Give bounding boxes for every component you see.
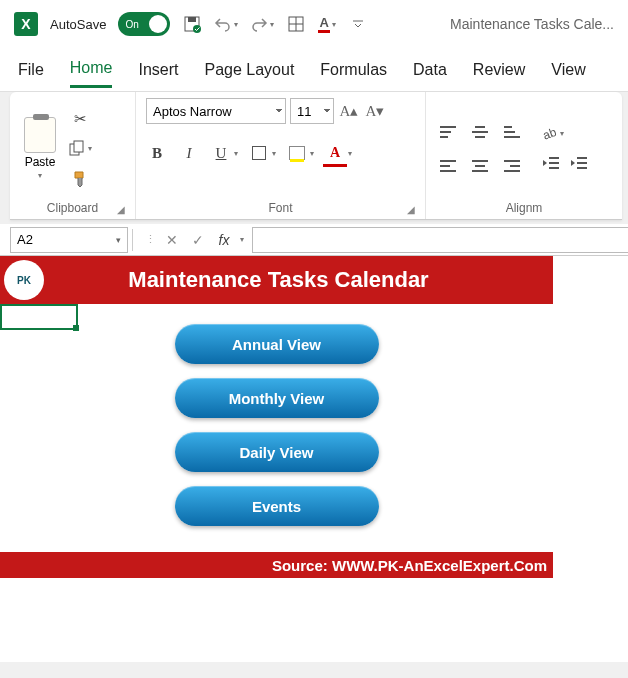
undo-dropdown-icon[interactable]: ▾ — [234, 20, 238, 29]
increase-indent-icon — [570, 156, 588, 170]
orientation-icon: ab — [540, 125, 558, 143]
sheet-header: PK Maintenance Tasks Calendar — [0, 256, 553, 304]
decrease-indent-button[interactable] — [540, 153, 562, 173]
worksheet-area[interactable]: PK Maintenance Tasks Calendar Annual Vie… — [0, 256, 628, 662]
excel-logo-icon: X — [14, 12, 38, 36]
name-box[interactable]: A2 ▾ — [10, 227, 128, 253]
copy-button[interactable]: ▾ — [68, 140, 92, 158]
copy-icon — [68, 140, 86, 158]
monthly-view-button[interactable]: Monthly View — [175, 378, 379, 418]
qat-fontcolor-button[interactable]: A ▾ — [318, 15, 335, 33]
annual-view-button[interactable]: Annual View — [175, 324, 379, 364]
qat-fontcolor-dropdown-icon[interactable]: ▾ — [332, 20, 336, 29]
bucket-icon — [289, 146, 305, 160]
tab-formulas[interactable]: Formulas — [320, 53, 387, 87]
fx-dropdown-icon[interactable]: ▾ — [240, 235, 244, 244]
tab-home[interactable]: Home — [70, 51, 113, 88]
ribbon: Paste ▾ ✂ ▾ Clipboard ◢ — [10, 92, 622, 220]
nav-buttons: Annual View Monthly View Daily View Even… — [0, 304, 553, 552]
font-launcher-icon[interactable]: ◢ — [407, 204, 415, 215]
cancel-entry-button[interactable]: ✕ — [162, 230, 182, 250]
group-font: A▴ A▾ B I U▾ ▾ ▾ A▾ Font ◢ — [136, 92, 426, 219]
ribbon-tabs: File Home Insert Page Layout Formulas Da… — [0, 48, 628, 92]
increase-indent-button[interactable] — [568, 153, 590, 173]
font-color-button[interactable]: A — [324, 142, 346, 164]
align-left-button[interactable] — [436, 152, 460, 180]
font-size-select[interactable] — [290, 98, 334, 124]
decrease-indent-icon — [542, 156, 560, 170]
underline-button[interactable]: U — [210, 142, 232, 164]
bold-button[interactable]: B — [146, 142, 168, 164]
tab-data[interactable]: Data — [413, 53, 447, 87]
align-center-button[interactable] — [468, 152, 492, 180]
align-right-button[interactable] — [500, 152, 524, 180]
daily-view-button[interactable]: Daily View — [175, 432, 379, 472]
sheet-title: Maintenance Tasks Calendar — [44, 267, 553, 293]
tab-review[interactable]: Review — [473, 53, 525, 87]
shrink-font-button[interactable]: A▾ — [364, 100, 386, 122]
borders-button[interactable] — [248, 142, 270, 164]
sheet-footer: Source: WWW.PK-AnExcelExpert.Com — [0, 552, 553, 578]
save-icon[interactable] — [182, 14, 202, 34]
redo-dropdown-icon[interactable]: ▾ — [270, 20, 274, 29]
format-painter-button[interactable] — [69, 168, 91, 190]
group-label-alignment: Alignm — [436, 199, 612, 217]
tab-file[interactable]: File — [18, 53, 44, 87]
document-title: Maintenance Tasks Cale... — [450, 16, 614, 32]
formula-input[interactable] — [252, 227, 628, 253]
scissors-icon: ✂ — [74, 110, 87, 128]
paintbrush-icon — [71, 170, 89, 188]
grow-font-button[interactable]: A▴ — [338, 100, 360, 122]
fontcolor-dropdown-icon[interactable]: ▾ — [348, 149, 352, 158]
redo-button[interactable]: ▾ — [250, 15, 274, 33]
undo-button[interactable]: ▾ — [214, 15, 238, 33]
group-label-clipboard: Clipboard ◢ — [20, 199, 125, 217]
cut-button[interactable]: ✂ — [69, 108, 91, 130]
svg-text:ab: ab — [541, 125, 558, 143]
underline-dropdown-icon[interactable]: ▾ — [234, 149, 238, 158]
orientation-button[interactable]: ab ▾ — [540, 125, 590, 143]
namebox-dropdown-icon[interactable]: ▾ — [116, 235, 121, 245]
qat-grid-icon[interactable] — [286, 14, 306, 34]
group-clipboard: Paste ▾ ✂ ▾ Clipboard ◢ — [10, 92, 136, 219]
align-middle-button[interactable] — [468, 118, 492, 146]
tab-insert[interactable]: Insert — [138, 53, 178, 87]
align-bottom-button[interactable] — [500, 118, 524, 146]
events-button[interactable]: Events — [175, 486, 379, 526]
autosave-label: AutoSave — [50, 17, 106, 32]
borders-dropdown-icon[interactable]: ▾ — [272, 149, 276, 158]
confirm-entry-button[interactable]: ✓ — [188, 230, 208, 250]
clipboard-launcher-icon[interactable]: ◢ — [117, 204, 125, 215]
formula-bar: A2 ▾ ⋮ ✕ ✓ fx ▾ — [0, 224, 628, 256]
fill-dropdown-icon[interactable]: ▾ — [310, 149, 314, 158]
copy-dropdown-icon[interactable]: ▾ — [88, 144, 92, 153]
pk-logo-icon: PK — [4, 260, 44, 300]
svg-rect-1 — [188, 17, 196, 22]
paste-icon — [24, 117, 56, 153]
paste-button[interactable]: Paste ▾ — [20, 115, 60, 182]
autosave-toggle[interactable]: On — [118, 12, 170, 36]
align-top-button[interactable] — [436, 118, 460, 146]
orientation-dropdown-icon[interactable]: ▾ — [560, 129, 564, 138]
tab-view[interactable]: View — [551, 53, 585, 87]
qat-customize-icon[interactable] — [348, 14, 368, 34]
active-cell-a2[interactable] — [0, 304, 78, 330]
svg-rect-8 — [74, 141, 83, 152]
x-icon: ✕ — [166, 232, 178, 248]
tab-page-layout[interactable]: Page Layout — [204, 53, 294, 87]
fill-color-button[interactable] — [286, 142, 308, 164]
svg-point-2 — [193, 25, 201, 33]
title-bar: X AutoSave On ▾ ▾ A ▾ Maintenance Tasks … — [0, 0, 628, 48]
check-icon: ✓ — [192, 232, 204, 248]
group-label-font: Font ◢ — [146, 199, 415, 217]
fx-menu-icon[interactable]: ⋮ — [145, 233, 156, 246]
font-name-select[interactable] — [146, 98, 286, 124]
insert-function-button[interactable]: fx — [214, 230, 234, 250]
border-icon — [252, 146, 266, 160]
group-alignment: ab ▾ Alignm — [426, 92, 622, 219]
italic-button[interactable]: I — [178, 142, 200, 164]
paste-dropdown-icon[interactable]: ▾ — [38, 171, 42, 180]
